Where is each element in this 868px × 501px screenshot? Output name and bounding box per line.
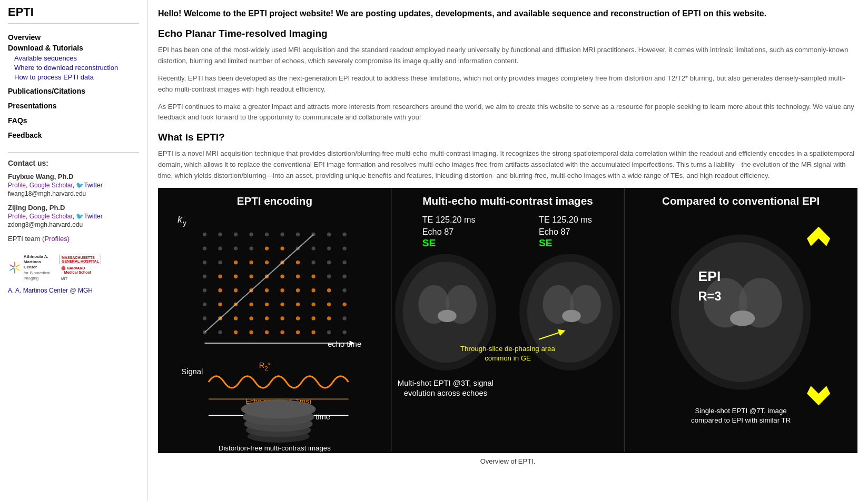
contact-email-2: zdong3@mgh.harvard.edu (8, 221, 139, 228)
svg-point-35 (234, 260, 238, 264)
martinos-logo: Athinoula A. Martinos Center for Biomedi… (8, 253, 55, 282)
svg-point-26 (249, 246, 253, 250)
svg-point-88 (280, 330, 284, 334)
sidebar-subitem-available-sequences[interactable]: Available sequences (8, 54, 139, 62)
paragraph-4: EPTI is a novel MRI acquisition techniqu… (158, 148, 857, 181)
paragraph-2: Recently, EPTI has been developed as the… (158, 73, 857, 95)
svg-text:EPI: EPI (698, 268, 721, 284)
twitter-link-2[interactable]: Twitter (84, 213, 102, 220)
martinos-text: Athinoula A. Martinos Center for Biomedi… (24, 254, 55, 282)
svg-point-57 (265, 288, 269, 292)
epti-overview-svg: EPTI encoding k y (158, 188, 857, 452)
svg-point-14 (218, 232, 222, 236)
svg-point-117 (438, 309, 456, 322)
svg-point-25 (234, 246, 238, 250)
svg-point-59 (296, 288, 300, 292)
svg-point-92 (342, 330, 346, 334)
contact-section: Contact us: Fuyixue Wang, Ph.D Profile, … (8, 152, 139, 294)
svg-point-50 (311, 274, 315, 278)
svg-point-31 (327, 246, 331, 250)
google-scholar-link-2[interactable]: Google Scholar (29, 213, 73, 220)
svg-point-41 (327, 260, 331, 264)
svg-point-42 (342, 260, 346, 264)
sidebar-subitem-how-to-process[interactable]: How to process EPTI data (8, 73, 139, 81)
sidebar-item-presentations[interactable]: Presentations (8, 102, 139, 110)
svg-point-22 (342, 232, 346, 236)
svg-text:R=3: R=3 (698, 289, 722, 303)
sidebar-subitem-where-to-download[interactable]: Where to download reconstruction (8, 64, 139, 72)
contact-person-1: Fuyixue Wang, Ph.D Profile, Google Schol… (8, 173, 139, 197)
svg-point-81 (327, 316, 331, 320)
main-content: Hello! Welcome to the EPTI project websi… (147, 0, 868, 501)
svg-text:Multi-echo multi-contrast imag: Multi-echo multi-contrast images (422, 195, 593, 207)
svg-text:Compared to conventional EPI: Compared to conventional EPI (662, 195, 820, 207)
svg-text:evolution across echoes: evolution across echoes (404, 389, 487, 397)
svg-point-36 (249, 260, 253, 264)
sidebar-item-faqs[interactable]: FAQs (8, 116, 139, 125)
sidebar-item-publications[interactable]: Publications/Citations (8, 87, 139, 95)
svg-point-62 (342, 288, 346, 292)
sidebar-item-feedback[interactable]: Feedback (8, 131, 139, 139)
svg-point-73 (203, 316, 206, 320)
svg-point-76 (249, 316, 253, 320)
svg-point-53 (203, 288, 206, 292)
svg-text:echo time: echo time (328, 340, 361, 348)
svg-point-19 (296, 232, 300, 236)
svg-point-66 (249, 302, 253, 306)
svg-point-13 (203, 232, 206, 236)
profiles-link[interactable]: (Profiles) (42, 235, 70, 243)
section1-title: Echo Planar Time-resolved Imaging (158, 28, 857, 39)
svg-point-91 (327, 330, 331, 334)
svg-text:TE 125.20 ms: TE 125.20 ms (539, 215, 592, 224)
svg-point-82 (342, 316, 346, 320)
svg-point-23 (203, 246, 206, 250)
svg-text:common in GE: common in GE (485, 354, 531, 362)
svg-point-68 (280, 302, 284, 306)
svg-point-58 (280, 288, 284, 292)
svg-text:Single-shot EPTI @7T, image: Single-shot EPTI @7T, image (695, 406, 787, 414)
svg-text:Distortion-free multi-contrast: Distortion-free multi-contrast images (219, 444, 331, 452)
svg-point-34 (218, 260, 222, 264)
svg-point-69 (296, 302, 300, 306)
svg-point-84 (218, 330, 222, 334)
sidebar-item-download-tutorials[interactable]: Download & Tutorials (8, 44, 139, 52)
sidebar: EPTI Overview Download & Tutorials Avail… (0, 0, 147, 501)
google-scholar-link-1[interactable]: Google Scholar (29, 182, 73, 189)
svg-point-40 (311, 260, 315, 264)
svg-point-55 (234, 288, 238, 292)
svg-point-52 (342, 274, 346, 278)
epti-figure: EPTI encoding k y (158, 188, 857, 469)
contact-email-1: fwang18@mgh.harvard.edu (8, 190, 139, 197)
svg-point-67 (265, 302, 269, 306)
svg-point-127 (562, 309, 580, 322)
contact-links-2: Profile, Google Scholar, 🐦Twitter (8, 213, 139, 220)
martinos-center-link[interactable]: A. A. Martinos Center @ MGH (8, 287, 93, 294)
svg-point-49 (296, 274, 300, 278)
svg-text:R: R (259, 361, 265, 369)
sidebar-item-overview[interactable]: Overview (8, 33, 139, 42)
svg-point-136 (730, 310, 755, 326)
svg-point-21 (327, 232, 331, 236)
site-title: EPTI (8, 5, 139, 19)
svg-text:Signal: Signal (181, 367, 203, 376)
contact-title: Contact us: (8, 159, 139, 167)
svg-point-16 (249, 232, 253, 236)
twitter-link-1[interactable]: Twitter (84, 182, 102, 189)
mit-logo: MIT (60, 276, 101, 281)
contact-name-2: Zijing Dong, Ph.D (8, 204, 139, 212)
svg-text:Echo 87: Echo 87 (422, 226, 454, 236)
svg-point-85 (234, 330, 238, 334)
svg-point-15 (234, 232, 238, 236)
svg-point-43 (203, 274, 206, 278)
svg-point-30 (311, 246, 315, 250)
svg-point-54 (218, 288, 222, 292)
svg-point-45 (234, 274, 238, 278)
svg-point-27 (265, 246, 269, 250)
profile-link-1[interactable]: Profile (8, 182, 26, 189)
profile-link-2[interactable]: Profile (8, 213, 26, 220)
svg-point-89 (296, 330, 300, 334)
svg-text:TE 125.20 ms: TE 125.20 ms (422, 215, 476, 224)
svg-point-86 (249, 330, 253, 334)
twitter-bird-icon-2: 🐦 (76, 213, 84, 220)
svg-point-44 (218, 274, 222, 278)
